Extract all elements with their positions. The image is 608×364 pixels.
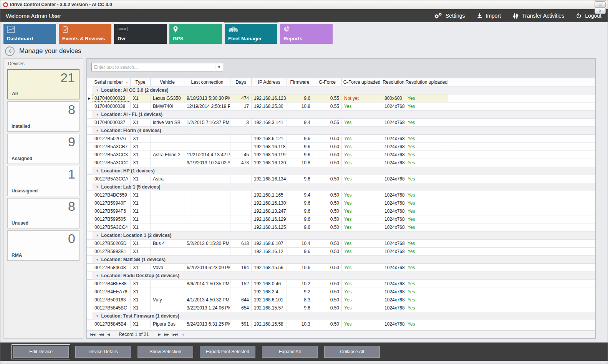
menu-item-transfer-activities[interactable]: Transfer Activities <box>512 13 564 19</box>
collapse-triangle-icon[interactable]: ▾ <box>96 314 98 318</box>
cell-last-connection <box>184 223 230 231</box>
device-row[interactable]: 00127B584608X1Vovo6/25/2014 6:23:09 PM19… <box>87 264 595 272</box>
column-header-type[interactable]: Type <box>131 78 151 86</box>
cell-g-force-uploaded: Yes <box>342 143 382 151</box>
device-row[interactable]: 00127B5993B1X1192.168.16.129.60.50Yes102… <box>87 248 595 256</box>
device-row[interactable]: 00127B5A3CC3X1Astra Florin-211/21/2014 4… <box>87 151 595 159</box>
device-row[interactable]: 00127B5A3CCAX1Astra192.168.16.1349.60.50… <box>87 175 595 183</box>
next-record-icon[interactable]: ▶ <box>158 333 161 336</box>
column-header-label: Days <box>235 79 246 85</box>
device-row[interactable]: 00127B4EEA78X1192.168.2.49.20.50Yes1024x… <box>87 288 595 296</box>
group-label: Location: Al CC 3.0 (2 devices) <box>101 88 169 93</box>
maximize-button[interactable]: □ <box>595 2 606 8</box>
cell-last-connection: 9/18/2013 5:30:30 PM <box>184 94 230 102</box>
column-header-resolution-uploaded[interactable]: Resolution uploaded <box>405 78 448 86</box>
device-row[interactable]: 00127B4B5F88X18/6/2014 1:50:35 PM152192.… <box>87 280 595 288</box>
device-details-button[interactable]: Device Details <box>75 346 131 358</box>
expand-all-button[interactable]: Expand All <box>262 346 318 358</box>
collapse-triangle-icon[interactable]: ▾ <box>96 233 98 237</box>
device-filter-installed[interactable]: 8Installed <box>7 101 80 132</box>
tab-dvr[interactable]: MERGEDvr <box>114 24 167 44</box>
device-row[interactable]: 017040000037X1idrive Van SB1/2/2015 7:16… <box>87 119 595 127</box>
collapse-triangle-icon[interactable]: ▾ <box>96 169 98 173</box>
device-row[interactable]: 00127B5A3CCCX19/19/2013 10:24:02 AM47319… <box>87 159 595 167</box>
device-row[interactable]: 00127B5A3CC4X1192.168.16.1259.60.50Yes10… <box>87 223 595 232</box>
search-input[interactable] <box>92 65 215 70</box>
device-filter-unused[interactable]: 8Unused <box>7 198 80 228</box>
group-row-location-florin-4-devices[interactable]: ▾Location: Florin (4 devices) <box>87 127 595 135</box>
device-row[interactable]: 00127B5A3CB7X1192.168.16.1189.60.50Yes10… <box>87 143 595 151</box>
group-row-location-matt-sb-1-devices[interactable]: ▾Location: Matt SB (1 devices) <box>87 256 595 264</box>
column-header-last-connection[interactable]: Last connection <box>184 78 230 86</box>
column-header-serial-number[interactable]: Serial number▲ <box>92 78 131 86</box>
tab-dashboard[interactable]: Dashboard <box>3 24 56 44</box>
device-count: 8 <box>68 199 75 214</box>
device-row[interactable]: 00127B59940FX1192.168.16.1309.60.50Yes10… <box>87 199 595 207</box>
group-row-location-hp-1-devices[interactable]: ▾Location: HP (1 devices) <box>87 167 595 175</box>
device-filter-assigned[interactable]: 9Assigned <box>7 134 80 164</box>
export-print-selected-button[interactable]: Export/Print Selected <box>200 346 255 358</box>
collapse-triangle-icon[interactable]: ▾ <box>96 274 98 278</box>
device-row[interactable]: 00127B599505X1192.168.16.1299.60.50Yes10… <box>87 215 595 223</box>
group-row-location-location-1-2-devices[interactable]: ▾Location: Location 1 (2 devices) <box>87 232 595 240</box>
collapse-triangle-icon[interactable]: ▾ <box>96 258 98 261</box>
chevron-down-icon[interactable]: ▼ <box>215 65 223 69</box>
group-row-location-radu-desktop-4-devices[interactable]: ▾Location: Radu Desktop (4 devices) <box>87 272 595 280</box>
row-filler <box>448 199 595 207</box>
tab-label: Reports <box>283 36 302 41</box>
device-filter-label: Unassigned <box>12 188 38 194</box>
menu-item-import[interactable]: Import <box>477 13 501 19</box>
cell-ip-address: 192.168.16.125 <box>252 223 287 231</box>
edit-device-button[interactable]: Edit Device <box>13 346 69 358</box>
device-row[interactable]: 00127B4BC559X1192.168.1.1659.40.50Yes102… <box>87 191 595 199</box>
column-header-g-force-uploaded[interactable]: G-Force uploaded <box>342 78 382 86</box>
menu-item-settings[interactable]: Settings <box>434 13 465 19</box>
cell-vehicle <box>151 159 184 167</box>
device-filter-rma[interactable]: 0RMA <box>7 230 80 261</box>
device-row[interactable]: ▶017040000023X1Lexus GS3509/18/2013 5:30… <box>87 94 595 103</box>
column-header-firmware[interactable]: Firmware <box>287 78 313 86</box>
cell-g-force-uploaded: Yes <box>342 320 382 328</box>
tab-fleet-manager[interactable]: Fleet Manager <box>225 24 277 44</box>
column-header-resolution[interactable]: Resolution <box>382 78 405 86</box>
device-row[interactable]: 017040000038X1BMW740i12/19/2014 2:50:19 … <box>87 103 595 111</box>
device-row[interactable]: 00127B502076X1192.168.6.1219.60.50Yes102… <box>87 135 595 143</box>
cell-ip-address: 192.168.15.58 <box>252 320 287 328</box>
device-row[interactable]: 00127B5845B4X1Pipera Bus5/24/2013 6:31:2… <box>87 320 595 328</box>
back-button[interactable] <box>5 46 15 56</box>
collapse-all-button[interactable]: Collapse All <box>324 346 380 358</box>
column-header-ip-address[interactable]: IP Address <box>252 78 287 86</box>
menu-item-logout[interactable]: Logout <box>576 13 601 19</box>
column-header-g-force[interactable]: G-Force <box>313 78 342 86</box>
tab-gps[interactable]: GPS <box>169 24 222 44</box>
device-row[interactable]: 00127B5845BCX13/22/2013 1:24:06 PM654192… <box>87 304 595 312</box>
last-record-icon[interactable]: ▶▶| <box>172 333 177 336</box>
collapse-triangle-icon[interactable]: ▾ <box>96 129 98 132</box>
application-window: { "window": { "title": "Idrive Control C… <box>0 0 608 364</box>
fast-forward-icon[interactable]: ▶▶ <box>164 333 169 336</box>
collapse-triangle-icon[interactable]: ▾ <box>96 113 98 116</box>
device-row[interactable]: 00127B50205DX1Bus 45/2/2013 6:15:30 PM61… <box>87 240 595 248</box>
device-filter-unassigned[interactable]: 1Unassigned <box>7 166 80 196</box>
row-filler <box>448 119 595 126</box>
group-row-location-al-cc-3-0-2-devices[interactable]: ▾Location: Al CC 3.0 (2 devices) <box>87 86 595 94</box>
previous-record-icon[interactable]: ◀ <box>107 333 109 336</box>
cell-days: 194 <box>230 264 252 271</box>
device-row[interactable]: 00127B5994F6X1192.168.13.2479.60.50Yes10… <box>87 207 595 215</box>
show-selection-button[interactable]: Show Selection <box>138 346 193 358</box>
device-row[interactable]: 00127B503163X1Vufy4/1/2013 4:50:32 PM644… <box>87 296 595 304</box>
group-row-location-al-fl-1-devices[interactable]: ▾Location: Al - FL (1 devices) <box>87 111 595 119</box>
device-filter-all[interactable]: 21All <box>7 69 80 99</box>
tab-events-reviews[interactable]: Events & Reviews <box>59 24 111 44</box>
collapse-triangle-icon[interactable]: ▾ <box>96 88 98 92</box>
fast-backward-icon[interactable]: ◀◀ <box>99 333 103 336</box>
cell-resolution: 1024x768 <box>382 143 405 151</box>
column-header-days[interactable]: Days <box>230 78 252 86</box>
group-row-location-test-firmware-1-devices[interactable]: ▾Location: Test Firmware (1 devices) <box>87 312 595 320</box>
column-header-vehicle[interactable]: Vehicle <box>151 78 184 86</box>
collapse-triangle-icon[interactable]: ▾ <box>96 185 98 189</box>
group-row-location-lab-1-5-devices[interactable]: ▾Location: Lab 1 (5 devices) <box>87 183 595 191</box>
tab-reports[interactable]: Reports <box>280 24 333 44</box>
row-indicator-cell <box>87 312 92 320</box>
first-record-icon[interactable]: |◀◀ <box>90 333 95 336</box>
